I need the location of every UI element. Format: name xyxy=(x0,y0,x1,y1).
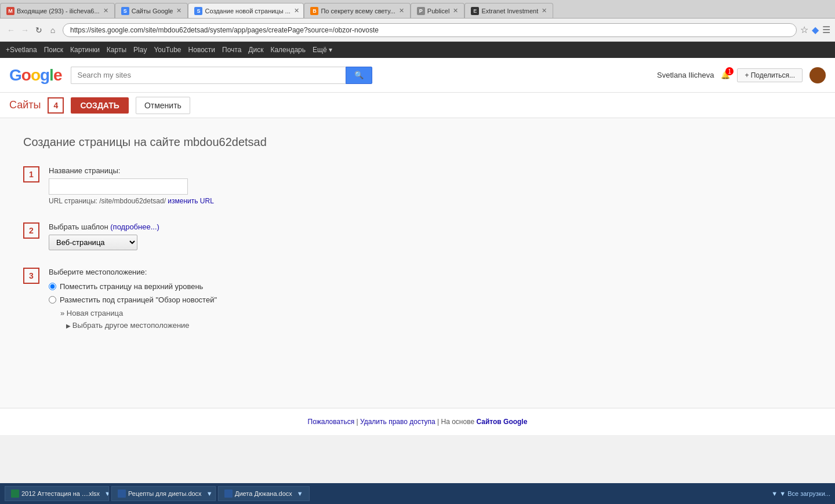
notification-bell[interactable]: 🔔 1 xyxy=(721,71,730,79)
topnav-svetlana[interactable]: +Svetlana xyxy=(6,46,37,54)
search-container: 🔍 xyxy=(71,67,372,84)
tab-close-extranet[interactable]: ✕ xyxy=(542,7,547,14)
form-section-location: 3 Выберите местоположение: Поместить стр… xyxy=(23,268,812,330)
cancel-button[interactable]: Отменить xyxy=(136,97,190,114)
publice-icon: P xyxy=(417,7,425,15)
nav-buttons: ← → ↻ ⌂ xyxy=(5,24,59,36)
sites-title: Сайты xyxy=(9,99,41,111)
url-hint: URL страницы: /site/mbdou62detsad/ измен… xyxy=(49,197,214,205)
page-name-input[interactable] xyxy=(49,178,188,195)
sites-icon-2: S xyxy=(194,7,202,15)
back-button[interactable]: ← xyxy=(5,24,17,36)
tab-blog[interactable]: B По секрету всему свету... ✕ xyxy=(304,3,410,18)
user-name: Svetlana Ilicheva xyxy=(657,71,714,79)
form-section-template: 2 Выбрать шаблон (подробнее...) Веб-стра… xyxy=(23,222,812,250)
browser-icons: ☆ ◆ ☰ xyxy=(800,24,830,35)
topnav-images[interactable]: Картинки xyxy=(70,46,100,54)
sites-toolbar: Сайты 4 СОЗДАТЬ Отменить xyxy=(0,93,835,118)
other-location-link[interactable]: Выбрать другое местоположение xyxy=(66,321,190,330)
topnav-mail[interactable]: Почта xyxy=(222,46,241,54)
topnav-search[interactable]: Поиск xyxy=(44,46,63,54)
google-topnav: +Svetlana Поиск Картинки Карты Play YouT… xyxy=(0,42,835,58)
reload-button[interactable]: ↻ xyxy=(32,24,45,36)
tab-close-gmail[interactable]: ✕ xyxy=(103,7,108,14)
gmail-icon: M xyxy=(6,7,14,15)
location-label: Выберите местоположение: xyxy=(49,268,217,276)
taskbar-icon-docx1 xyxy=(118,490,126,498)
step-badge-4: 4 xyxy=(48,97,64,114)
topnav-calendar[interactable]: Календарь xyxy=(270,46,306,54)
topnav-disk[interactable]: Диск xyxy=(248,46,263,54)
change-url-link[interactable]: изменить URL xyxy=(168,197,214,205)
new-page-link[interactable]: Новая страница xyxy=(60,309,123,317)
main-content: Создание страницы на сайте mbdou62detsad… xyxy=(0,118,835,408)
step-badge-3: 3 xyxy=(23,268,39,284)
blog-icon: B xyxy=(310,7,318,15)
form-section-name: 1 Название страницы: URL страницы: /site… xyxy=(23,166,812,205)
tab-bar: M Входящие (293) - ilicheva6... ✕ S Сайт… xyxy=(0,0,835,19)
google-logo: Google xyxy=(9,66,61,85)
search-button[interactable]: 🔍 xyxy=(346,67,372,84)
taskbar-item-1[interactable]: Рецепты для диеты.docx ▼ xyxy=(111,486,216,501)
tab-close-publice[interactable]: ✕ xyxy=(453,7,458,14)
location-under-label: Разместить под страницей "Обзор новостей… xyxy=(60,295,217,304)
form-title: Создание страницы на сайте mbdou62detsad xyxy=(23,136,812,149)
taskbar-item-2[interactable]: Диета Дюкана.docx ▼ xyxy=(218,486,310,501)
tab-close-blog[interactable]: ✕ xyxy=(399,7,404,14)
topnav-news[interactable]: Новости xyxy=(188,46,215,54)
location-top-label: Поместить страницу на верхний уровень xyxy=(60,282,203,291)
report-link[interactable]: Пожаловаться xyxy=(308,418,355,426)
notification-badge: 1 xyxy=(725,67,734,75)
template-select[interactable]: Веб-страница Объявления Файловый кабинет… xyxy=(49,235,137,250)
topnav-maps[interactable]: Карты xyxy=(107,46,126,54)
tab-sites[interactable]: S Сайты Google ✕ xyxy=(115,3,188,18)
sites-icon-1: S xyxy=(121,7,129,15)
step-badge-1: 1 xyxy=(23,166,39,182)
extranet-icon: E xyxy=(471,7,479,15)
template-label: Выбрать шаблон (подробнее...) xyxy=(49,222,159,231)
topnav-more[interactable]: Ещё ▾ xyxy=(313,46,332,54)
star-icon[interactable]: ☆ xyxy=(800,24,808,35)
forward-button[interactable]: → xyxy=(19,24,31,36)
address-bar: ← → ↻ ⌂ ☆ ◆ ☰ xyxy=(0,19,835,42)
search-input[interactable] xyxy=(71,67,346,84)
sites-header: Google 🔍 Svetlana Ilicheva 🔔 1 + Поделит… xyxy=(0,58,835,93)
tab-gmail[interactable]: M Входящие (293) - ilicheva6... ✕ xyxy=(0,3,115,18)
tab-create-page[interactable]: S Создание новой страницы ... ✕ xyxy=(188,3,304,18)
url-bar[interactable] xyxy=(63,23,797,37)
tab-publice[interactable]: P Publicel ✕ xyxy=(411,3,465,18)
tab-close-sites[interactable]: ✕ xyxy=(176,7,181,14)
taskbar-item-0[interactable]: 2012 Аттестация на ....xlsx ▼ xyxy=(5,486,109,501)
taskbar-icon-docx2 xyxy=(224,490,233,498)
taskbar: 2012 Аттестация на ....xlsx ▼ Рецепты дл… xyxy=(0,483,835,504)
form-name-group: Название страницы: URL страницы: /site/m… xyxy=(49,166,214,205)
taskbar-dropdown-2[interactable]: ▼ xyxy=(297,490,303,497)
download-all-link[interactable]: ▼ ▼ Все загрузки... xyxy=(771,490,830,497)
header-right: Svetlana Ilicheva 🔔 1 + Поделиться... xyxy=(657,67,826,83)
taskbar-dropdown-1[interactable]: ▼ xyxy=(206,490,213,497)
create-button[interactable]: СОЗДАТЬ xyxy=(71,97,128,114)
google-sites-link[interactable]: Сайтов Google xyxy=(476,418,527,426)
location-top-radio[interactable] xyxy=(49,283,56,290)
new-page-container: Новая страница xyxy=(60,309,217,317)
location-under-option: Разместить под страницей "Обзор новостей… xyxy=(49,295,217,304)
template-more-link[interactable]: (подробнее...) xyxy=(110,222,159,231)
avatar[interactable] xyxy=(809,67,826,83)
location-under-radio[interactable] xyxy=(49,296,56,304)
share-button[interactable]: + Поделиться... xyxy=(737,68,803,82)
form-location-group: Выберите местоположение: Поместить стран… xyxy=(49,268,217,330)
tab-close-create[interactable]: ✕ xyxy=(294,7,299,14)
taskbar-dropdown-0[interactable]: ▼ xyxy=(104,490,109,497)
tab-extranet[interactable]: E Extranet Investment ✕ xyxy=(464,3,553,18)
taskbar-icon-xlsx xyxy=(11,490,19,498)
remove-access-link[interactable]: Удалить право доступа xyxy=(360,418,435,426)
settings-icon[interactable]: ☰ xyxy=(822,24,830,35)
footer: Пожаловаться | Удалить право доступа | Н… xyxy=(0,408,835,435)
topnav-play[interactable]: Play xyxy=(133,46,147,54)
location-top-option: Поместить страницу на верхний уровень xyxy=(49,282,217,291)
page-name-label: Название страницы: xyxy=(49,166,214,175)
topnav-youtube[interactable]: YouTube xyxy=(154,46,181,54)
home-button[interactable]: ⌂ xyxy=(46,24,59,36)
based-on-text: На основе xyxy=(441,418,475,426)
extension-icon: ◆ xyxy=(812,24,819,35)
